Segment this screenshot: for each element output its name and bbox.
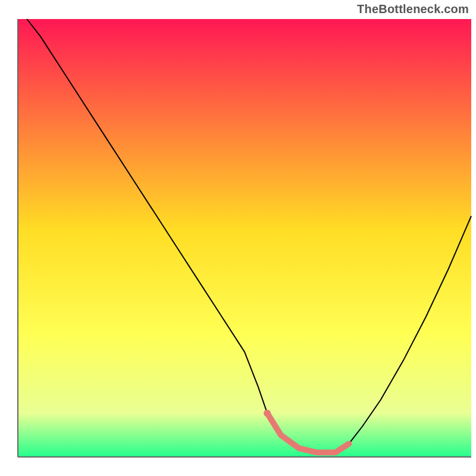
gradient-background — [18, 19, 471, 457]
bottleneck-chart — [0, 0, 476, 476]
chart-container: TheBottleneck.com — [0, 0, 476, 476]
highlight-marker — [264, 409, 271, 416]
